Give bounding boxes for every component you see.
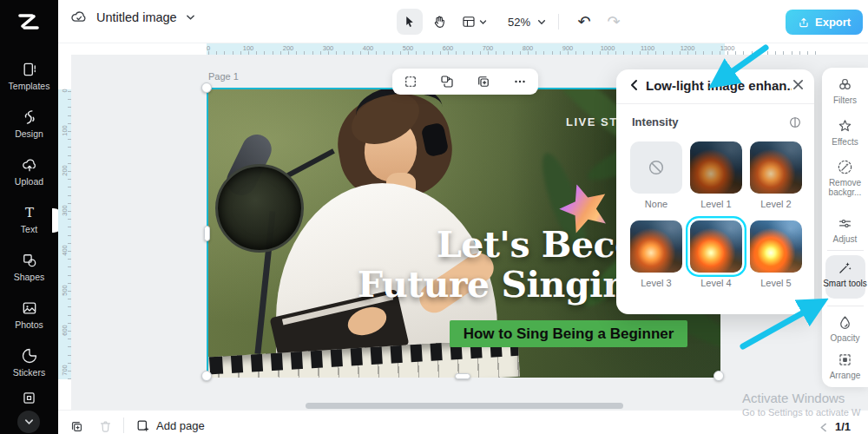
- adjust-icon: [837, 215, 853, 232]
- sidebar-item-stickers[interactable]: Stickers: [0, 347, 58, 378]
- title-dropdown-chevron-icon[interactable]: [186, 14, 195, 21]
- replace-button[interactable]: [439, 74, 455, 89]
- frame-icon: [21, 390, 37, 406]
- document-title[interactable]: Untitled image: [96, 10, 177, 24]
- intensity-option-level5[interactable]: [750, 220, 802, 273]
- upload-icon: [21, 156, 38, 174]
- photo-pop-filter: [215, 164, 304, 253]
- templates-icon: [21, 61, 38, 78]
- left-sidebar: Templates Design Upload T Text Shapes Ph…: [0, 0, 58, 434]
- sidebar-item-text[interactable]: T Text: [0, 204, 58, 234]
- prev-page-button[interactable]: [819, 423, 827, 432]
- zoom-chevron-icon: [537, 19, 546, 25]
- handle-top-left[interactable]: [201, 82, 212, 93]
- intensity-option-level3[interactable]: [630, 220, 682, 273]
- intensity-label: Intensity: [632, 115, 678, 128]
- handle-mid-bottom[interactable]: [455, 373, 470, 379]
- sidebar-item-templates[interactable]: Templates: [0, 61, 58, 91]
- panel-divider: [616, 103, 814, 104]
- smart-tools-icon: [837, 260, 853, 276]
- horizontal-ruler: 0 100 200 300 400 500 600 700 800 900 10…: [71, 43, 868, 55]
- ruler-corner: [58, 43, 71, 55]
- zoom-level: 52%: [508, 16, 530, 29]
- activate-windows-watermark: Activate Windows: [742, 391, 845, 405]
- export-upload-icon: [798, 16, 810, 29]
- duplicate-button[interactable]: [476, 74, 491, 89]
- undo-button[interactable]: ↶: [571, 9, 597, 35]
- panel-back-button[interactable]: [628, 79, 641, 91]
- handle-bottom-right[interactable]: [713, 371, 724, 381]
- panel-item-arrange[interactable]: Arrange: [822, 352, 868, 380]
- add-page-button[interactable]: Add page: [135, 418, 205, 433]
- more-options-button[interactable]: [512, 74, 528, 89]
- capcut-editor: Untitled image 52% ↶ ↷: [0, 0, 868, 434]
- activate-windows-subtext: Go to Settings to activate W: [742, 407, 860, 418]
- sidebar-collapse-button[interactable]: [17, 411, 40, 433]
- none-icon: [647, 158, 666, 177]
- photo-headline-line2: Future Singing: [358, 264, 653, 306]
- panel-close-button[interactable]: [792, 79, 804, 90]
- text-icon: T: [21, 204, 38, 221]
- handle-mid-left[interactable]: [204, 226, 210, 241]
- canvas-context-toolbar: [392, 69, 538, 95]
- redo-button[interactable]: ↷: [601, 9, 627, 35]
- export-button[interactable]: Export: [786, 10, 863, 35]
- sidebar-item-more[interactable]: [0, 390, 58, 406]
- photo-live-text: LIVE ST: [566, 115, 618, 128]
- panel-item-opacity[interactable]: Opacity: [822, 314, 868, 343]
- page-indicator: 1/1: [835, 420, 851, 433]
- stickers-icon: [21, 347, 38, 365]
- remove-background-icon: [837, 159, 853, 175]
- panel-item-effects[interactable]: Effects: [822, 118, 868, 147]
- capcut-logo[interactable]: [14, 9, 43, 35]
- shapes-icon: [21, 252, 38, 269]
- photo-banner-text: How to Sing Being a Beginner: [450, 320, 687, 347]
- compare-icon[interactable]: [788, 115, 802, 129]
- vertical-ruler: 0 100 200 300 400 500 600 700: [58, 55, 71, 410]
- design-icon: [21, 108, 38, 126]
- canvas-size-button[interactable]: [456, 9, 492, 35]
- zoom-control[interactable]: 52%: [508, 16, 546, 29]
- panel-item-filters[interactable]: Filters: [822, 76, 868, 105]
- intensity-option-none[interactable]: [630, 141, 682, 194]
- toolbar-divider: [558, 14, 559, 30]
- intensity-option-level1[interactable]: [690, 141, 742, 194]
- panel-item-remove-background[interactable]: Remove backgr...: [822, 159, 868, 197]
- horizontal-scrollbar[interactable]: [306, 403, 623, 409]
- hand-tool-button[interactable]: [426, 9, 452, 35]
- add-page-icon: [135, 418, 150, 433]
- arrange-icon: [837, 352, 853, 368]
- panel-item-smart-tools[interactable]: Smart tools: [822, 260, 868, 288]
- top-bar: Untitled image 52% ↶ ↷: [58, 0, 868, 43]
- opacity-icon: [837, 314, 853, 331]
- intensity-option-level2[interactable]: [750, 141, 802, 194]
- page-label: Page 1: [208, 71, 239, 82]
- effects-icon: [837, 118, 853, 135]
- cloud-sync-icon[interactable]: [70, 9, 88, 26]
- sidebar-item-design[interactable]: Design: [0, 108, 58, 139]
- delete-page-button[interactable]: [98, 419, 113, 434]
- panel-title: Low-light image enhan...: [646, 78, 792, 93]
- bottombar-divider: [123, 418, 124, 433]
- duplicate-page-button[interactable]: [69, 419, 84, 434]
- panel-item-adjust[interactable]: Adjust: [822, 215, 868, 244]
- sidebar-item-shapes[interactable]: Shapes: [0, 252, 58, 282]
- handle-bottom-left[interactable]: [201, 371, 212, 381]
- sidebar-item-upload[interactable]: Upload: [0, 156, 58, 187]
- select-area-button[interactable]: [403, 74, 418, 89]
- intensity-option-level4-selected[interactable]: [690, 220, 742, 273]
- filters-icon: [837, 76, 853, 93]
- sidebar-item-photos[interactable]: Photos: [0, 299, 58, 330]
- photos-icon: [21, 299, 38, 317]
- svg-text:T: T: [24, 205, 33, 220]
- chevron-down-icon: [24, 418, 34, 425]
- select-tool-button[interactable]: [397, 9, 423, 35]
